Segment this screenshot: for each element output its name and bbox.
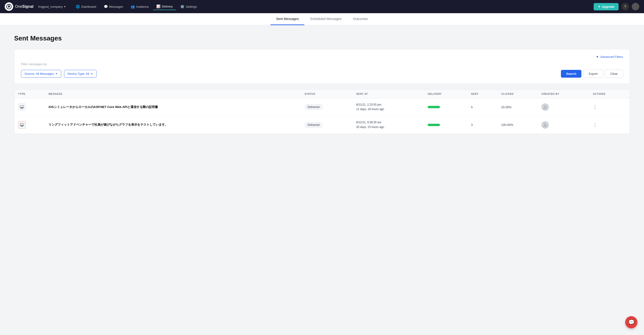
row2-clicked-cell: 100.00% — [497, 116, 538, 134]
user-avatar[interactable] — [632, 3, 639, 10]
row2-type-icon — [18, 121, 26, 129]
row2-sent-at: 8/12/21, 9:38:35 am 20 days, 23 hours ag… — [356, 120, 420, 129]
row2-sent-at-cell: 8/12/21, 9:38:35 am 20 days, 23 hours ag… — [352, 116, 424, 134]
row2-sent-count: 3 — [471, 123, 473, 127]
row2-sent-date: 8/12/21, 9:38:35 am — [356, 120, 420, 125]
row2-status-badge: Delivered — [304, 122, 323, 128]
svg-rect-4 — [20, 106, 24, 107]
row2-delivery-cell — [424, 116, 467, 134]
row2-sent-count-cell: 3 — [467, 116, 497, 134]
nav-link-delivery[interactable]: 📊 Delivery — [153, 3, 176, 10]
nav-link-audience[interactable]: 👥 Audience — [127, 3, 152, 10]
messages-table-card: TYPE MESSAGE STATUS SENT AT DELIVERY SEN… — [14, 89, 630, 134]
help-button[interactable]: ? — [622, 3, 629, 10]
clear-button[interactable]: Clear — [605, 70, 623, 78]
tab-sent-messages[interactable]: Sent Messages — [270, 13, 304, 25]
row2-actions-cell[interactable]: ⋮ — [589, 116, 630, 134]
brand-logo — [5, 2, 13, 11]
tab-outcomes[interactable]: Outcomes — [347, 13, 374, 25]
row2-message-cell[interactable]: リングフィットアドベンチャーで社員が遊びながらグラフを表示をテストしています。 — [45, 116, 301, 134]
page-content: Sent Messages ▼ Advanced Filters Filter … — [0, 25, 644, 143]
nav-link-settings[interactable]: ⚙️ Settings — [177, 3, 200, 10]
col-sent-at: SENT AT — [352, 90, 424, 98]
messages-table: TYPE MESSAGE STATUS SENT AT DELIVERY SEN… — [14, 90, 630, 134]
table-header-row: TYPE MESSAGE STATUS SENT AT DELIVERY SEN… — [14, 90, 630, 98]
svg-rect-6 — [21, 108, 23, 109]
device-filter-select[interactable]: Device Type: All ▼ — [64, 70, 96, 78]
row2-clicked-pct: 100.00% — [501, 123, 513, 127]
settings-icon: ⚙️ — [180, 5, 184, 8]
row1-sent-ago: 11 days, 18 hours ago — [356, 107, 420, 111]
row1-creator-avatar — [541, 103, 549, 111]
nav-label-delivery: Delivery — [162, 5, 173, 8]
tabs-bar: Sent Messages Scheduled Messages Outcome… — [0, 13, 644, 25]
svg-rect-9 — [20, 123, 24, 125]
nav-label-messages: Messages — [109, 5, 123, 8]
col-sent: SENT — [467, 90, 497, 98]
row1-sent-at: 8/21/21, 2:23:55 pm 11 days, 18 hours ag… — [356, 103, 420, 111]
source-filter-select[interactable]: Source: All Messages ▼ — [21, 70, 61, 78]
row1-delivery-bar — [428, 106, 440, 108]
page-title: Sent Messages — [14, 34, 630, 42]
source-filter-label: Source: All Messages — [24, 72, 54, 75]
filter-right: Search Export Clear — [561, 70, 623, 78]
col-delivery: DELIVERY — [424, 90, 467, 98]
dashboard-icon: 🌐 — [76, 5, 80, 8]
tab-sent-label: Sent Messages — [276, 17, 299, 21]
row1-message-cell[interactable]: iOSシミュレータからローカルのASP.NET Core Web APIと通信す… — [45, 98, 301, 116]
row1-sent-count: 5 — [471, 105, 473, 109]
upgrade-icon: ✦ — [598, 5, 600, 8]
svg-point-2 — [8, 5, 10, 6]
col-status: STATUS — [301, 90, 352, 98]
row2-actions-button[interactable]: ⋮ — [593, 122, 597, 127]
advanced-filter-area: ▼ Advanced Filters — [21, 55, 623, 58]
row1-actions-cell[interactable]: ⋮ — [589, 98, 630, 116]
chat-icon: 💬 — [628, 319, 634, 325]
brand-name: OneSignal — [15, 4, 34, 9]
nav-link-dashboard[interactable]: 🌐 Dashboard — [72, 3, 100, 10]
filter-left: Source: All Messages ▼ Device Type: All … — [21, 70, 96, 78]
tab-scheduled-label: Scheduled Messages — [310, 17, 342, 21]
row1-actions-button[interactable]: ⋮ — [593, 104, 597, 110]
tab-outcomes-label: Outcomes — [353, 17, 368, 21]
row2-type-cell — [14, 116, 45, 134]
upgrade-button[interactable]: ✦ Upgrade — [594, 3, 618, 10]
source-filter-arrow: ▼ — [55, 72, 58, 75]
navbar: OneSignal frogpod_company ▼ 🌐 Dashboard … — [0, 0, 644, 13]
messages-icon: 💬 — [104, 5, 108, 8]
funnel-icon: ▼ — [596, 55, 599, 58]
svg-point-7 — [544, 105, 546, 107]
row1-type-icon — [18, 103, 26, 111]
col-actions: ACTIONS — [589, 90, 630, 98]
nav-links: 🌐 Dashboard 💬 Messages 👥 Audience 📊 Deli… — [72, 3, 592, 10]
chat-bubble-button[interactable]: 💬 — [625, 316, 638, 329]
row1-clicked-cell: 20.00% — [497, 98, 538, 116]
tab-scheduled-messages[interactable]: Scheduled Messages — [304, 13, 347, 25]
delivery-icon: 📊 — [156, 4, 160, 8]
table-row: iOSシミュレータからローカルのASP.NET Core Web APIと通信す… — [14, 98, 630, 116]
svg-rect-11 — [21, 126, 23, 127]
row2-sent-ago: 20 days, 23 hours ago — [356, 125, 420, 129]
row1-sent-date: 8/21/21, 2:23:55 pm — [356, 103, 420, 107]
svg-point-1 — [8, 6, 10, 7]
row1-clicked-pct: 20.00% — [501, 105, 512, 109]
export-button[interactable]: Export — [583, 70, 603, 78]
svg-point-12 — [544, 123, 546, 125]
row1-creator-cell — [538, 98, 589, 116]
company-dropdown-arrow: ▼ — [64, 5, 66, 8]
row1-message-title: iOSシミュレータからローカルのASP.NET Core Web APIと通信す… — [48, 105, 158, 109]
nav-label-dashboard: Dashboard — [81, 5, 96, 8]
advanced-filters-button[interactable]: ▼ Advanced Filters — [596, 55, 623, 58]
upgrade-label: Upgrade — [602, 5, 614, 8]
device-filter-label: Device Type: All — [68, 72, 89, 75]
company-name: frogpod_company — [38, 5, 62, 8]
row1-sent-count-cell: 5 — [467, 98, 497, 116]
nav-link-messages[interactable]: 💬 Messages — [100, 3, 126, 10]
col-message: MESSAGE — [45, 90, 301, 98]
row1-sent-at-cell: 8/21/21, 2:23:55 pm 11 days, 18 hours ag… — [352, 98, 424, 116]
row2-message-title: リングフィットアドベンチャーで社員が遊びながらグラフを表示をテストしています。 — [48, 123, 168, 126]
search-button[interactable]: Search — [561, 70, 582, 78]
table-row: リングフィットアドベンチャーで社員が遊びながらグラフを表示をテストしています。 … — [14, 116, 630, 134]
row1-type-cell — [14, 98, 45, 116]
company-selector[interactable]: frogpod_company ▼ — [38, 5, 66, 8]
